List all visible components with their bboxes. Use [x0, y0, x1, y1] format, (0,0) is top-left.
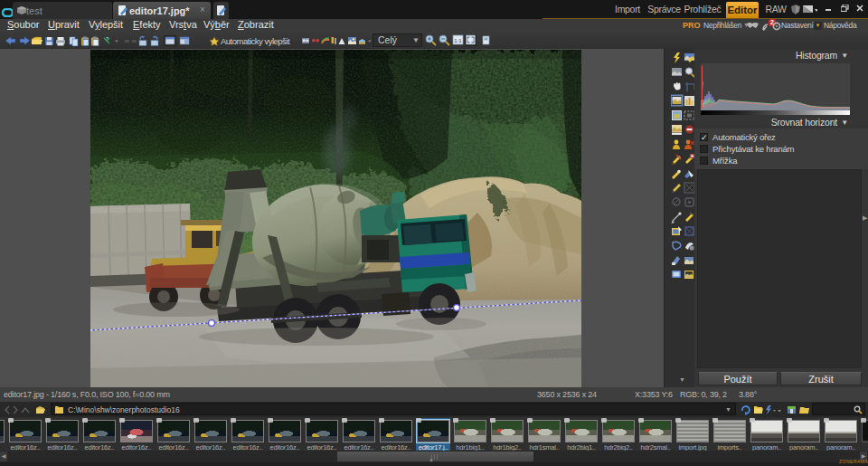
svg-text:1:1: 1:1	[454, 38, 462, 43]
